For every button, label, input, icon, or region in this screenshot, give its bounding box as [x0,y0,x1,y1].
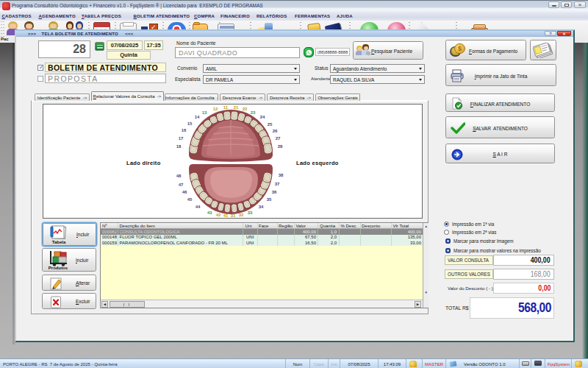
svg-text:26: 26 [273,129,278,133]
svg-text:41: 41 [223,213,229,218]
svg-text:48: 48 [176,174,182,178]
svg-text:24: 24 [260,115,265,119]
svg-text:46: 46 [182,190,187,194]
svg-text:13: 13 [202,110,207,115]
svg-text:35: 35 [267,197,272,202]
svg-text:15: 15 [187,121,193,126]
svg-text:44: 44 [196,205,201,209]
svg-text:28: 28 [278,144,283,149]
svg-text:16: 16 [182,128,187,132]
svg-text:22: 22 [243,107,248,111]
svg-text:36: 36 [272,190,277,194]
svg-text:21: 21 [234,105,239,110]
svg-text:34: 34 [259,205,264,209]
svg-text:11: 11 [223,105,229,110]
svg-text:23: 23 [251,110,256,115]
svg-text:18: 18 [176,144,182,149]
svg-text:27: 27 [276,136,281,141]
svg-text:38: 38 [279,173,284,177]
svg-text:45: 45 [187,197,193,202]
svg-text:37: 37 [275,182,280,186]
svg-text:42: 42 [216,213,221,217]
svg-text:47: 47 [179,183,184,187]
svg-text:32: 32 [239,213,244,217]
svg-text:31: 31 [231,213,236,218]
svg-text:14: 14 [195,115,200,119]
svg-text:33: 33 [248,210,253,215]
svg-text:43: 43 [207,210,212,215]
svg-text:17: 17 [179,136,184,141]
svg-text:25: 25 [268,122,273,127]
svg-text:12: 12 [213,107,218,111]
